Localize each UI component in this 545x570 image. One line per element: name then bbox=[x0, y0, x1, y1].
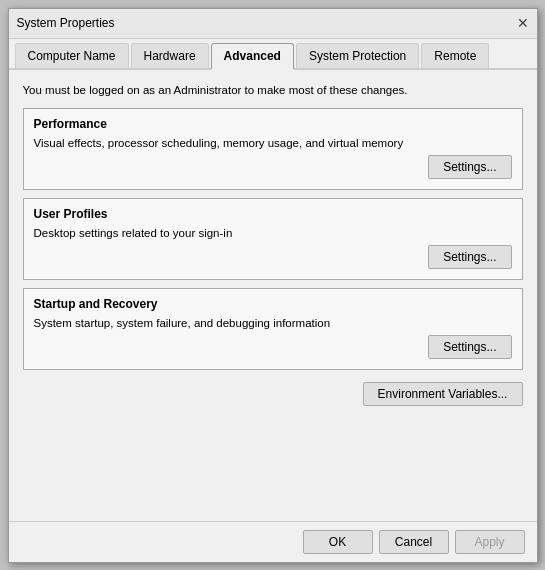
tab-bar: Computer Name Hardware Advanced System P… bbox=[9, 39, 537, 70]
performance-settings-button[interactable]: Settings... bbox=[428, 155, 511, 179]
tab-system-protection[interactable]: System Protection bbox=[296, 43, 419, 68]
env-row: Environment Variables... bbox=[23, 382, 523, 406]
bottom-bar: OK Cancel Apply bbox=[9, 521, 537, 562]
performance-section: Performance Visual effects, processor sc… bbox=[23, 108, 523, 190]
startup-recovery-label: Startup and Recovery bbox=[34, 297, 512, 311]
ok-button[interactable]: OK bbox=[303, 530, 373, 554]
cancel-button[interactable]: Cancel bbox=[379, 530, 449, 554]
close-button[interactable]: ✕ bbox=[517, 16, 529, 30]
window-title: System Properties bbox=[17, 16, 115, 30]
system-properties-window: System Properties ✕ Computer Name Hardwa… bbox=[8, 8, 538, 563]
performance-label: Performance bbox=[34, 117, 512, 131]
user-profiles-settings-button[interactable]: Settings... bbox=[428, 245, 511, 269]
startup-recovery-section: Startup and Recovery System startup, sys… bbox=[23, 288, 523, 370]
environment-variables-button[interactable]: Environment Variables... bbox=[363, 382, 523, 406]
apply-button[interactable]: Apply bbox=[455, 530, 525, 554]
tab-computer-name[interactable]: Computer Name bbox=[15, 43, 129, 68]
tab-content: You must be logged on as an Administrato… bbox=[9, 70, 537, 521]
user-profiles-label: User Profiles bbox=[34, 207, 512, 221]
startup-recovery-desc: System startup, system failure, and debu… bbox=[34, 317, 512, 329]
tab-hardware[interactable]: Hardware bbox=[131, 43, 209, 68]
user-profiles-section: User Profiles Desktop settings related t… bbox=[23, 198, 523, 280]
title-bar: System Properties ✕ bbox=[9, 9, 537, 39]
performance-desc: Visual effects, processor scheduling, me… bbox=[34, 137, 512, 149]
tab-remote[interactable]: Remote bbox=[421, 43, 489, 68]
user-profiles-desc: Desktop settings related to your sign-in bbox=[34, 227, 512, 239]
tab-advanced[interactable]: Advanced bbox=[211, 43, 294, 70]
admin-notice: You must be logged on as an Administrato… bbox=[23, 82, 523, 100]
startup-recovery-settings-button[interactable]: Settings... bbox=[428, 335, 511, 359]
